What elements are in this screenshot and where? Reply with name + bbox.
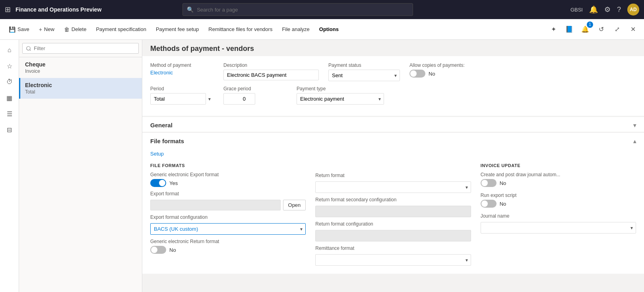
close-icon[interactable]: ✕ <box>627 23 639 36</box>
period-label: Period <box>150 86 214 91</box>
star-icon[interactable]: ☆ <box>2 59 17 73</box>
allow-copies-group: Allow copies of payments: No <box>409 62 473 78</box>
remittance-format-group: Remittance format <box>315 245 471 266</box>
search-input[interactable] <box>197 7 409 13</box>
history-icon[interactable]: ⏱ <box>2 75 17 89</box>
export-format-config-select[interactable]: BACS (UK custom) <box>150 223 306 235</box>
options-button[interactable]: Options <box>315 24 343 35</box>
allow-copies-value: No <box>429 71 435 77</box>
filter-input[interactable] <box>22 43 139 54</box>
run-export-group: Run export script No <box>481 193 636 208</box>
payment-specification-button[interactable]: Payment specification <box>92 24 150 35</box>
period-group: Period Total None Day Week Month <box>150 86 214 105</box>
payment-fee-setup-button[interactable]: Payment fee setup <box>152 24 203 35</box>
description-input[interactable] <box>223 70 319 80</box>
return-format-col: Return format Return format secondary co… <box>315 160 471 266</box>
return-format-group: Return format <box>315 173 471 193</box>
payment-status-select-wrapper: Sent None Error <box>328 70 400 81</box>
run-export-toggle-wrapper: No <box>481 200 636 208</box>
top-form-section: Method of payment Electronic Description… <box>142 56 644 116</box>
file-formats-section-header[interactable]: File formats ▴ <box>142 132 644 148</box>
payment-type-group: Payment type Electronic payment Check No… <box>297 86 384 105</box>
payment-status-select[interactable]: Sent None Error <box>328 70 400 81</box>
create-post-value: No <box>500 180 506 186</box>
delete-icon: 🗑 <box>64 26 70 33</box>
file-analyze-button[interactable]: File analyze <box>278 24 313 35</box>
payment-type-label: Payment type <box>297 86 384 91</box>
period-select[interactable]: Total None Day Week Month <box>150 93 206 105</box>
top-right-actions: ✦ 📘 🔔 1 ↺ ⤢ ✕ <box>547 23 639 36</box>
grace-period-label: Grace period <box>223 86 287 91</box>
bookmark-icon[interactable]: 📘 <box>563 23 576 36</box>
top-bar-right: GBSI 🔔 ⚙ ? AD <box>570 4 639 16</box>
refresh-icon[interactable]: ↺ <box>595 23 607 36</box>
journal-name-select[interactable] <box>481 222 636 234</box>
create-post-label: Create and post draw journal autom... <box>481 172 636 177</box>
export-format-group: Export format Open <box>150 191 306 210</box>
period-select-wrapper: Total None Day Week Month <box>150 93 214 105</box>
return-format-secondary-input[interactable] <box>315 206 471 217</box>
remittance-format-select-wrapper <box>315 254 471 266</box>
settings-icon[interactable]: ⚙ <box>604 5 611 14</box>
help-icon[interactable]: ? <box>617 6 621 14</box>
remittance-format-select[interactable] <box>315 254 471 266</box>
general-section-header[interactable]: General ▾ <box>142 117 644 132</box>
delete-button[interactable]: 🗑 Delete <box>60 24 91 35</box>
user-avatar[interactable]: AD <box>627 4 639 16</box>
menu-icon[interactable]: ☰ <box>2 107 17 121</box>
export-format-config-wrapper: BACS (UK custom) <box>150 223 306 235</box>
search-bar[interactable]: 🔍 <box>182 3 413 16</box>
workspace-icon[interactable]: ▦ <box>2 91 17 105</box>
remittance-files-button[interactable]: Remittance files for vendors <box>204 24 276 35</box>
list-panel: Cheque Invoice Electronic Total <box>19 40 142 292</box>
expand-icon[interactable]: ⤢ <box>611 23 623 36</box>
export-format-input[interactable] <box>150 200 281 210</box>
content-header: Methods of payment - vendors <box>142 40 644 56</box>
list-items: Cheque Invoice Electronic Total <box>19 57 142 99</box>
method-of-payment-group: Method of payment Electronic <box>150 62 214 76</box>
file-formats-collapse-icon: ▴ <box>633 138 636 144</box>
generic-return-group: Generic electronic Return format No <box>150 239 306 254</box>
grid-icon[interactable]: ⊞ <box>5 5 11 14</box>
journal-name-label: Journal name <box>481 213 636 219</box>
list-item-cheque[interactable]: Cheque Invoice <box>19 57 142 78</box>
file-formats-grid: FILE FORMATS Generic electronic Export f… <box>150 160 636 266</box>
alerts-icon[interactable]: 🔔 1 <box>579 23 592 36</box>
generic-return-toggle[interactable] <box>150 246 166 254</box>
setup-link[interactable]: Setup <box>150 148 164 160</box>
return-format-select-wrapper <box>315 181 471 193</box>
sidebar-icons: ⌂ ☆ ⏱ ▦ ☰ ⊟ <box>0 40 19 292</box>
file-formats-content: Setup FILE FORMATS Generic electronic Ex… <box>142 148 644 274</box>
content-area: Methods of payment - vendors Method of p… <box>142 40 644 292</box>
list-item-electronic[interactable]: Electronic Total <box>19 78 142 99</box>
invoice-update-col: INVOICE UPDATE Create and post draw jour… <box>481 160 636 234</box>
generic-export-toggle[interactable] <box>150 179 166 187</box>
return-format-config-input[interactable] <box>315 230 471 241</box>
home-icon[interactable]: ⌂ <box>2 43 17 57</box>
journal-name-select-wrapper <box>481 222 636 234</box>
form-row-2: Period Total None Day Week Month Grace p… <box>150 86 636 105</box>
create-post-group: Create and post draw journal autom... No <box>481 172 636 187</box>
grace-period-input[interactable] <box>223 93 255 105</box>
create-post-toggle[interactable] <box>481 179 497 187</box>
allow-copies-toggle-wrapper: No <box>409 70 473 78</box>
new-button[interactable]: + New <box>35 24 58 35</box>
file-formats-section-title: File formats <box>150 138 184 144</box>
list-item-sub: Total <box>25 89 137 95</box>
payment-status-label: Payment status <box>328 62 400 68</box>
method-of-payment-value[interactable]: Electronic <box>150 70 214 76</box>
grace-period-group: Grace period <box>223 86 287 105</box>
open-button[interactable]: Open <box>283 200 306 210</box>
top-bar: ⊞ Finance and Operations Preview 🔍 GBSI … <box>0 0 644 19</box>
personalize-icon[interactable]: ✦ <box>547 23 560 36</box>
list-filter <box>19 40 142 57</box>
filter-icon[interactable]: ⊟ <box>2 123 17 137</box>
payment-type-select[interactable]: Electronic payment Check None <box>297 93 384 105</box>
notification-icon[interactable]: 🔔 <box>589 5 598 14</box>
return-format-select[interactable] <box>315 181 471 193</box>
remittance-format-label: Remittance format <box>315 245 471 251</box>
allow-copies-toggle[interactable] <box>409 70 425 78</box>
run-export-toggle[interactable] <box>481 200 497 208</box>
app-title: Finance and Operations Preview <box>16 6 101 13</box>
save-button[interactable]: 💾 Save <box>5 24 33 35</box>
